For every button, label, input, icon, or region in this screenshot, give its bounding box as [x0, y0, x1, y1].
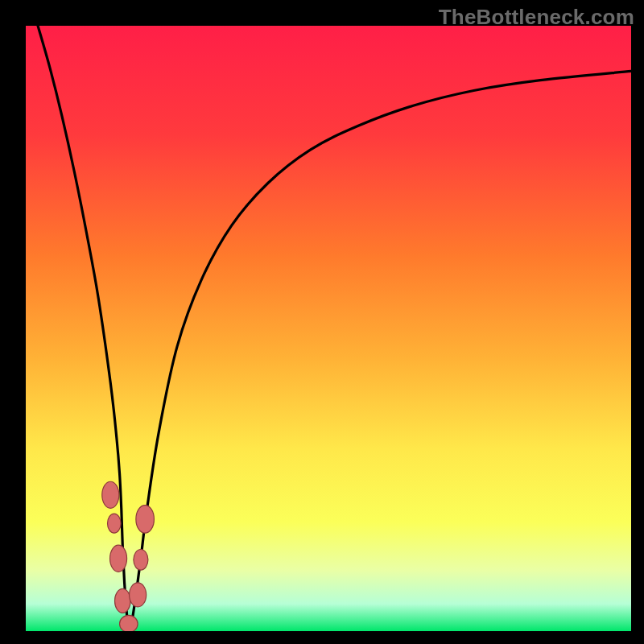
bottleneck-curve-chart [26, 26, 631, 631]
data-marker [108, 514, 122, 533]
data-marker [130, 583, 147, 607]
svg-rect-0 [26, 26, 631, 631]
data-marker [115, 588, 131, 613]
data-marker [110, 545, 127, 572]
data-marker [136, 506, 155, 534]
data-marker [102, 481, 119, 508]
chart-frame: TheBottleneck.com [0, 0, 644, 644]
data-marker [134, 549, 148, 570]
plot-area [26, 26, 631, 631]
data-marker [120, 615, 138, 631]
watermark-text: TheBottleneck.com [439, 5, 634, 30]
